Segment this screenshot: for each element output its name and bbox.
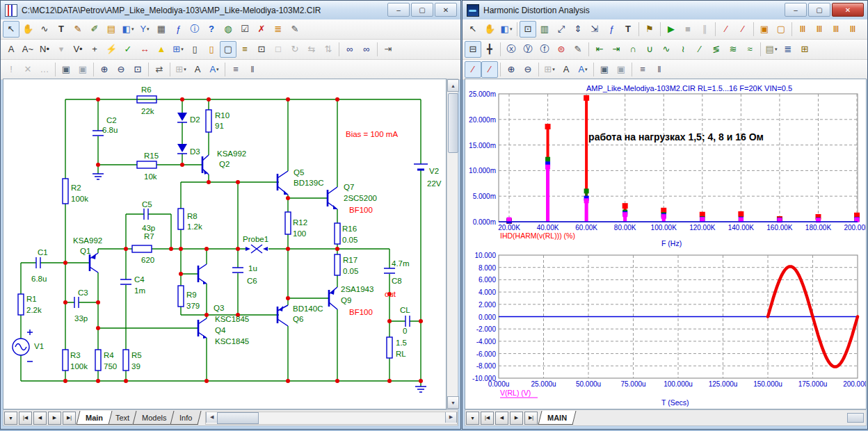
peak-button[interactable]: ∩ — [625, 41, 641, 58]
scroll-right-button[interactable]: ▶ — [445, 412, 457, 423]
region-select-mode[interactable]: ▢ — [220, 41, 236, 58]
pan-tool[interactable]: ✋ — [481, 21, 498, 38]
global-low-button[interactable]: ≈ — [741, 41, 758, 58]
scroll-down-button[interactable]: ▼ — [447, 396, 459, 409]
analysis-tab-nav-0[interactable]: ▼ — [466, 412, 479, 425]
color-button[interactable]: A▾ — [206, 61, 223, 78]
y-cursor-button[interactable]: ⓨ — [520, 41, 536, 58]
plot-area[interactable]: 0.000m5.000m10.000m15.000m20.000m25.000m… — [465, 79, 867, 409]
minimize-button[interactable]: – — [387, 3, 410, 17]
inflection-button[interactable]: ≶ — [708, 41, 725, 58]
go-left-button[interactable]: ⇤ — [591, 41, 608, 58]
zoom-in-button[interactable]: ⊕ — [96, 61, 113, 78]
schematic-canvas[interactable]: R622kC26.8uR1510kD2D3R1091KSA992Q2Q5BD13… — [3, 79, 447, 409]
cursor-middle-button[interactable]: Ⅲ — [811, 21, 828, 38]
pin-connections-toggle[interactable]: + — [86, 41, 103, 58]
high-button[interactable]: ∿ — [658, 41, 675, 58]
formula-button[interactable]: ƒ — [603, 21, 620, 38]
analysis-tab-nav-1[interactable]: |◀ — [481, 412, 494, 425]
cursor-slope-1-button[interactable]: ∕ — [465, 61, 481, 78]
zoom-in-button[interactable]: ⊕ — [503, 61, 520, 78]
notes-tool[interactable]: ✎ — [287, 21, 303, 38]
bus-tool[interactable]: ▤ — [103, 21, 120, 38]
shape-tool[interactable]: ◧▾ — [498, 21, 515, 38]
align-vertical-button[interactable]: ‖ — [651, 61, 668, 78]
transient-legend[interactable]: V(RL) (V) — [500, 389, 531, 397]
zoom-out-button[interactable]: ⊖ — [113, 61, 129, 78]
help-tool[interactable]: ? — [203, 21, 220, 38]
paste-button[interactable]: ▤▾ — [763, 41, 780, 58]
maximize-button[interactable]: ▢ — [411, 3, 433, 17]
run-button[interactable]: ▶ — [663, 21, 680, 38]
current-display-toggle[interactable]: ⚡ — [103, 41, 120, 58]
properties-button[interactable]: ≡ — [236, 41, 253, 58]
box-region-button[interactable]: ⊡ — [253, 41, 270, 58]
bring-to-front-button[interactable]: ▣ — [58, 61, 74, 78]
edit-properties-button[interactable]: ✎ — [570, 41, 586, 58]
go-right-button[interactable]: ⇥ — [608, 41, 625, 58]
align-horizontal-button[interactable]: ≡ — [227, 61, 244, 78]
cursor-slope-2-button[interactable]: ∕ — [481, 61, 498, 78]
text-tool[interactable]: T — [53, 21, 70, 38]
macro-tool[interactable]: Y▾ — [136, 21, 153, 38]
scale-mode-button[interactable]: ⊡ — [520, 21, 536, 38]
schematic-tab-nav-1[interactable]: |◀ — [19, 412, 32, 425]
align-horizontal-button[interactable]: ≡ — [634, 61, 651, 78]
crosshair-cursor-mode[interactable]: ╋ — [481, 41, 498, 58]
bring-to-front-button[interactable]: ▣ — [596, 61, 613, 78]
polygon-tool[interactable]: ✐ — [86, 21, 103, 38]
lines-cursor-button[interactable]: ⊜ — [553, 41, 570, 58]
cursor-both-button[interactable]: Ⅲ — [844, 21, 861, 38]
scroll-thumb[interactable] — [448, 93, 458, 153]
component-tool[interactable]: ◧▾ — [120, 21, 136, 38]
browser-tool[interactable]: ◍ — [220, 21, 236, 38]
analysis-tab-nav-3[interactable]: ▶ — [510, 412, 523, 425]
schematic-tab-nav-3[interactable]: ▶ — [48, 412, 61, 425]
font-button[interactable]: A — [189, 61, 206, 78]
find-button[interactable]: ∞ — [358, 41, 375, 58]
scale-corner-button[interactable]: ⇲ — [586, 21, 603, 38]
mode-dropdown[interactable]: ▾ — [53, 41, 70, 58]
condition-display-toggle[interactable]: ↔ — [136, 41, 153, 58]
schematic-tab-nav-4[interactable]: ▶| — [63, 412, 76, 425]
error-clear-button[interactable]: ✕ — [19, 61, 36, 78]
schematic-tab-nav-0[interactable]: ▼ — [4, 412, 17, 425]
harmonic-legend[interactable]: IHD(HARM(v(RL))) (%) — [500, 231, 575, 240]
select-tool[interactable]: ↖ — [3, 21, 19, 38]
stop-button[interactable]: ■ — [680, 21, 696, 38]
slope-cursor-button[interactable]: ∕ — [718, 21, 734, 38]
color-button[interactable]: A▾ — [574, 61, 591, 78]
low-button[interactable]: ≀ — [675, 41, 691, 58]
close-button[interactable]: ✕ — [832, 3, 864, 17]
global-high-button[interactable]: ≋ — [725, 41, 741, 58]
close-button[interactable]: ✕ — [435, 3, 457, 17]
schematic-tab-main[interactable]: Main — [77, 411, 113, 425]
attribute-value-toggle[interactable]: A~ — [19, 41, 36, 58]
analysis-tab-nav-4[interactable]: ▶| — [524, 412, 538, 425]
dotted-frame-button[interactable]: ▢ — [773, 21, 789, 38]
scale-diagonal-button[interactable]: ⤢ — [553, 21, 570, 38]
error-prev-button[interactable]: ! — [3, 61, 19, 78]
file-list-tool[interactable]: ≣ — [270, 21, 287, 38]
schematic-horizontal-scrollbar[interactable]: ◀ ▶ — [205, 412, 458, 425]
frame-button[interactable]: ▣ — [756, 21, 773, 38]
scroll-thumb[interactable] — [217, 412, 259, 424]
send-to-back-button[interactable]: ▣ — [613, 61, 629, 78]
grid-table-tool[interactable]: ▦ — [153, 21, 170, 38]
analysis-titlebar[interactable]: Harmonic Distortion Analysis – ▢ ✕ — [463, 1, 867, 19]
align-vertical-button[interactable]: ‖ — [244, 61, 261, 78]
schematic-vertical-scrollbar[interactable]: ▲ ▼ — [447, 79, 458, 409]
new-page-button[interactable]: ▯ — [186, 41, 203, 58]
power-display-toggle[interactable]: ✓ — [120, 41, 136, 58]
line-tool[interactable]: ✎ — [70, 21, 86, 38]
schematic-tab-nav-2[interactable]: ◀ — [33, 412, 47, 425]
node-numbers-toggle[interactable]: N• — [36, 41, 53, 58]
send-to-back-button[interactable]: ▣ — [74, 61, 91, 78]
rotate-button[interactable]: ↻ — [287, 41, 303, 58]
data-points-button[interactable]: ⊞ — [796, 41, 813, 58]
find-wave-button[interactable]: ∞ — [341, 41, 358, 58]
page-info-button[interactable]: ▯ — [203, 41, 220, 58]
valley-button[interactable]: ∪ — [641, 41, 658, 58]
text-tool[interactable]: T — [620, 21, 636, 38]
node-voltages-toggle[interactable]: V• — [70, 41, 86, 58]
